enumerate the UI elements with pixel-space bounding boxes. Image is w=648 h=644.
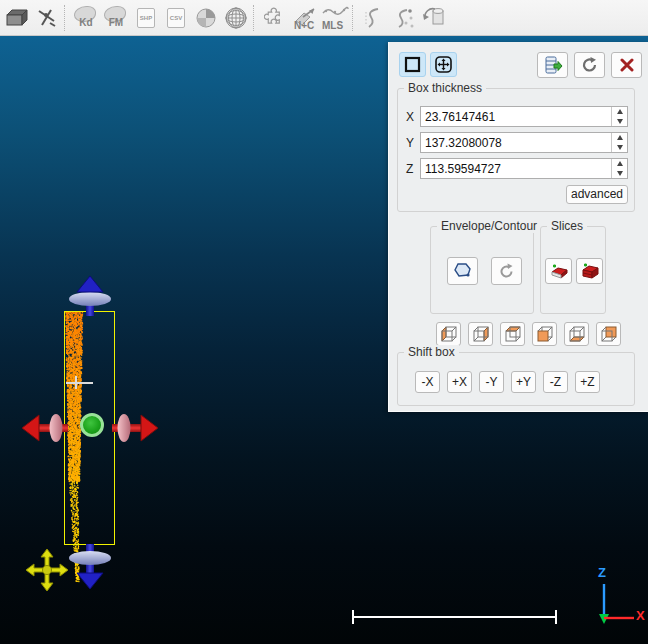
- axis-x-label: X: [636, 608, 645, 623]
- reset-box-button[interactable]: [574, 52, 605, 78]
- thickness-x-spinbox: [420, 106, 628, 127]
- slices-title: Slices: [547, 219, 587, 233]
- box-outline-icon: [404, 56, 421, 73]
- unroll-button[interactable]: [419, 3, 449, 33]
- set-view-x-minus-button[interactable]: [436, 322, 461, 346]
- csv-export-button[interactable]: CSV: [161, 3, 191, 33]
- show-box-toggle-button[interactable]: [399, 52, 426, 77]
- reset-icon: [581, 56, 599, 74]
- show-interactors-toggle-button[interactable]: [430, 52, 457, 77]
- thickness-z-input[interactable]: [425, 159, 603, 178]
- slices-group: Slices: [540, 226, 606, 314]
- toolbar-separator: [64, 5, 69, 31]
- set-view-z-plus-button[interactable]: [500, 322, 525, 346]
- spin-up-button[interactable]: [612, 133, 627, 143]
- pan-cross-handle[interactable]: [25, 548, 69, 592]
- unroll-cylinder-icon: [421, 6, 447, 30]
- shift-box-group: Shift box -X +X -Y +Y -Z +Z: [397, 352, 635, 406]
- ring-handle-z-plus: [69, 292, 111, 306]
- extract-slice-button[interactable]: [545, 258, 572, 284]
- ring-handle-z-minus: [69, 551, 111, 565]
- close-panel-button[interactable]: [611, 52, 642, 78]
- set-view-x-plus-button[interactable]: [468, 322, 493, 346]
- multi-slice-icon: [580, 262, 600, 280]
- arrow-handle-z-minus[interactable]: [62, 544, 118, 590]
- export-icon: [543, 55, 563, 75]
- arrow-handle-x-plus[interactable]: [112, 408, 158, 448]
- nc-label: N+C: [294, 20, 314, 31]
- arrow-handle-x-minus[interactable]: [22, 408, 68, 448]
- cube-bottom-face-icon: [567, 324, 587, 344]
- envelope-contour-group: Envelope/Contour: [430, 226, 534, 314]
- plugin-button[interactable]: [260, 3, 290, 33]
- extract-multiple-slices-button[interactable]: [576, 258, 603, 284]
- thickness-x-input[interactable]: [425, 107, 603, 126]
- kd-tree-button[interactable]: Kd: [71, 3, 101, 33]
- scale-bar-tick: [555, 610, 557, 624]
- cross-section-tool-button[interactable]: [32, 3, 62, 33]
- shp-file-icon: SHP: [137, 8, 155, 28]
- thickness-y-input[interactable]: [425, 133, 603, 152]
- cursor-crosshair: [66, 382, 93, 384]
- thickness-y-spinbox: [420, 132, 628, 153]
- cube-left-face-icon: [439, 324, 459, 344]
- mls-label: MLS: [322, 20, 343, 31]
- shift-y-plus-button[interactable]: +Y: [511, 371, 536, 393]
- shp-export-button[interactable]: SHP: [131, 3, 161, 33]
- curve-points-icon: [391, 6, 417, 30]
- single-slice-icon: [549, 262, 569, 280]
- facets-button[interactable]: FM: [101, 3, 131, 33]
- shift-z-plus-button[interactable]: +Z: [575, 371, 600, 393]
- set-view-y-minus-button[interactable]: [532, 322, 557, 346]
- normals-curvature-button[interactable]: N+C: [290, 3, 320, 33]
- advanced-button[interactable]: advanced: [566, 185, 628, 204]
- thickness-z-spinbox: [420, 158, 628, 179]
- thickness-x-label: X: [406, 110, 414, 124]
- ring-handle-x-minus: [50, 414, 63, 442]
- reset-envelope-button[interactable]: [491, 257, 522, 285]
- set-view-y-plus-button[interactable]: [596, 322, 621, 346]
- puzzle-icon: [264, 7, 286, 29]
- thickness-y-label: Y: [406, 136, 414, 150]
- spin-down-button[interactable]: [612, 143, 627, 153]
- envelope-contour-title: Envelope/Contour: [437, 219, 541, 233]
- shift-x-plus-button[interactable]: +X: [447, 371, 472, 393]
- shift-y-minus-button[interactable]: -Y: [479, 371, 504, 393]
- sphere-tool-button[interactable]: [191, 3, 221, 33]
- cube-right-face-icon: [471, 324, 491, 344]
- spin-down-button[interactable]: [612, 169, 627, 179]
- application-window: Kd FM SHP CSV: [0, 0, 648, 644]
- csv-file-label: CSV: [170, 15, 182, 21]
- spin-down-button[interactable]: [612, 117, 627, 127]
- clipping-box-panel: Box thickness X Y Z: [388, 42, 648, 412]
- polygon-icon: [453, 262, 473, 280]
- clipping-box-tool-button[interactable]: [2, 3, 32, 33]
- set-view-z-minus-button[interactable]: [564, 322, 589, 346]
- spin-up-button[interactable]: [612, 159, 627, 169]
- curve-tool-button[interactable]: [359, 3, 389, 33]
- spin-up-button[interactable]: [612, 107, 627, 117]
- curve-icon: [362, 6, 386, 30]
- facets-label: FM: [109, 17, 123, 28]
- center-sphere-handle[interactable]: [80, 413, 104, 437]
- 3d-viewport[interactable]: 100 Z X: [0, 36, 648, 644]
- shift-z-minus-button[interactable]: -Z: [543, 371, 568, 393]
- cross-section-icon: [36, 7, 58, 29]
- box-thickness-title: Box thickness: [404, 81, 486, 95]
- mls-smoothing-button[interactable]: MLS: [320, 3, 350, 33]
- shift-x-minus-button[interactable]: -X: [415, 371, 440, 393]
- cursor-crosshair: [75, 376, 77, 389]
- export-slices-button[interactable]: [537, 52, 568, 78]
- shp-file-label: SHP: [140, 15, 152, 21]
- close-icon: [620, 58, 634, 72]
- toolbar: Kd FM SHP CSV: [0, 0, 648, 36]
- normals-arrow-icon: N+C: [292, 5, 318, 31]
- curve-fit-button[interactable]: [389, 3, 419, 33]
- globe-tool-button[interactable]: [221, 3, 251, 33]
- scale-bar-line: [352, 616, 557, 618]
- cube-top-face-icon: [503, 324, 523, 344]
- arrow-handle-z-plus[interactable]: [62, 276, 118, 316]
- extract-envelope-button[interactable]: [447, 257, 478, 285]
- move-arrows-icon: [434, 55, 453, 74]
- box-thickness-group: Box thickness X Y Z: [397, 88, 635, 212]
